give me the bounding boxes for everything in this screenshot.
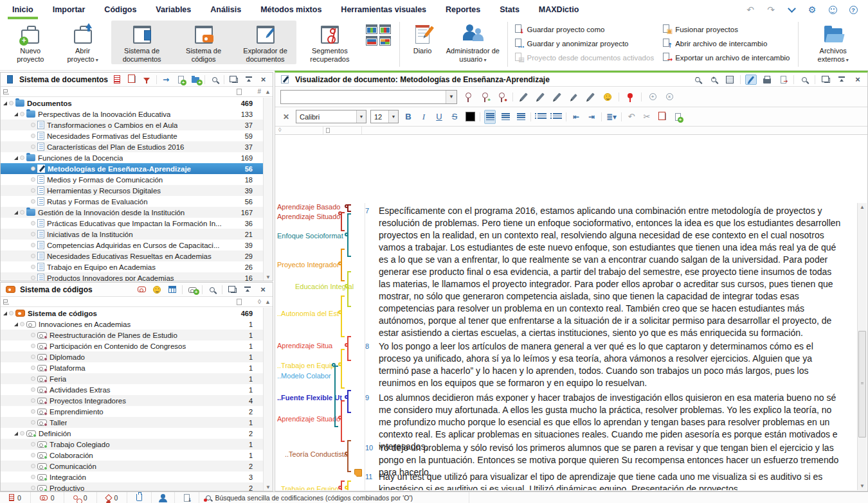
code-row-proyectos-integradores[interactable]: Proyectos Integradores4 xyxy=(1,395,263,406)
menu-tab-variables[interactable]: Variables xyxy=(146,0,201,19)
redo-icon[interactable]: ↷ xyxy=(765,4,777,15)
scroll-up-icon[interactable]: ▲ xyxy=(265,89,271,95)
feedback-smiley-icon[interactable] xyxy=(827,4,838,15)
document-row-documentos[interactable]: Documentos469 xyxy=(1,98,263,109)
coding-stripe-handle[interactable] xyxy=(345,452,348,455)
open-project-button[interactable]: Abrir proyecto▾ xyxy=(57,21,109,64)
activation-circle[interactable] xyxy=(31,387,35,392)
codes-overview-icon[interactable] xyxy=(167,285,178,295)
highlight-pen-2-icon[interactable] xyxy=(535,92,547,102)
search-document-icon[interactable] xyxy=(799,75,810,85)
pin-icon[interactable] xyxy=(624,92,636,102)
activation-circle[interactable] xyxy=(31,265,35,269)
code-row-reestructuracion-de-planes-de-estudio[interactable]: Reestructuración de Planes de Estudio1 xyxy=(1,330,263,340)
document-row-trabajo-en-equipo-en-academias[interactable]: Trabajo en Equipo en Academias26 xyxy=(1,261,263,272)
coding-stripe-handle[interactable] xyxy=(345,486,348,490)
filter-documents-icon[interactable] xyxy=(141,75,152,85)
undo-icon[interactable]: ↶ xyxy=(745,4,756,15)
status-mixed-methods[interactable] xyxy=(127,492,152,503)
maximize-panel-icon[interactable] xyxy=(243,75,254,85)
ribbon-menu-exportar-un-archivo-de-intercambio[interactable]: →Exportar un archivo de intercambio xyxy=(662,51,790,64)
coding-stripe-handle[interactable] xyxy=(345,343,348,347)
coding-stripe-handle[interactable] xyxy=(332,363,336,367)
activation-circle[interactable] xyxy=(31,166,35,171)
align-left-button[interactable] xyxy=(484,110,496,124)
highlight-pen-4-icon[interactable] xyxy=(568,92,580,102)
increase-indent-button[interactable]: ⇥ xyxy=(586,110,597,124)
code-row-colaboracion[interactable]: Colaboración1 xyxy=(1,450,263,461)
margin-code-autonomia-del-est[interactable]: ..Autonomía del Est xyxy=(277,310,363,318)
memo-icon[interactable] xyxy=(354,469,362,477)
document-row-transformaciones-o-cambios-en-el-aula[interactable]: Transformaciones o Cambios en el Aula37 xyxy=(1,119,263,130)
code-row-participacion-en-contenido-de-congresos[interactable]: Participación en Contenido de Congresos1 xyxy=(1,340,263,351)
activation-circle[interactable] xyxy=(20,431,24,436)
scroll-up-icon[interactable]: ▲ xyxy=(265,299,271,305)
code-row-feria[interactable]: Feria1 xyxy=(1,373,263,384)
activated-codes-icon[interactable] xyxy=(136,285,147,295)
coding-stripe[interactable] xyxy=(347,336,348,361)
coding-stripe-handle[interactable] xyxy=(338,261,342,265)
underline-button[interactable]: U xyxy=(433,110,445,124)
margin-code-aprendizaje-situado[interactable]: Aprendizaje Situado xyxy=(277,415,363,423)
status-document-page[interactable] xyxy=(175,492,199,503)
code-row-productivo[interactable]: Productivo2 xyxy=(1,482,263,491)
layout-preset-4-icon[interactable] xyxy=(379,36,391,46)
margin-code-fuente-flexible-ut[interactable]: ..Fuente Flexible Ut xyxy=(277,394,363,402)
document-row-necesidades-formativas-del-estudiante[interactable]: Necesidades Formativas del Estudiante59 xyxy=(1,130,263,141)
layout-preset-3-icon[interactable] xyxy=(366,36,377,46)
undo-text-icon[interactable]: ↶ xyxy=(626,110,637,124)
menu-tab-maxdictio[interactable]: MAXDictio xyxy=(529,0,589,19)
activated-documents-icon[interactable] xyxy=(112,75,123,85)
status-coded-segments[interactable]: 0 xyxy=(64,492,97,503)
copy-icon[interactable] xyxy=(656,110,668,124)
new-folder-icon[interactable] xyxy=(190,75,201,85)
zoom-out-icon[interactable] xyxy=(692,75,703,85)
close-panel-icon[interactable] xyxy=(852,75,863,85)
ribbon-menu-proyecto-desde-documentos-activados[interactable]: ▤Proyecto desde documentos activados xyxy=(514,51,655,64)
code-row-sistema-de-codigos[interactable]: Sistema de códigos469 xyxy=(1,308,263,319)
activation-circle[interactable] xyxy=(9,101,14,105)
close-panel-icon[interactable] xyxy=(258,75,269,85)
activation-circle[interactable] xyxy=(20,210,24,215)
margin-code-trabajo-en-equip[interactable]: ..Trabajo en Equip xyxy=(277,362,363,370)
margin-code-enfoque-socioformat[interactable]: Enfoque Socioformat xyxy=(277,232,363,240)
activation-circle[interactable] xyxy=(31,254,35,258)
menu-tab-metodos-mixtos[interactable]: Métodos mixtos xyxy=(251,0,331,19)
activation-circle[interactable] xyxy=(31,344,35,348)
italic-button[interactable]: I xyxy=(418,110,429,124)
font-family-select[interactable]: Calibri ▼ xyxy=(296,110,366,123)
document-browser-button[interactable]: Explorador de documentos xyxy=(235,21,296,64)
coding-stripe[interactable] xyxy=(347,440,348,472)
undock-panel-icon[interactable] xyxy=(820,75,831,85)
code-add-icon[interactable]: + xyxy=(479,92,491,102)
document-row-practicas-educativas-que-impactan-la-formacion-in[interactable]: Prácticas Educativas que Impactan la For… xyxy=(1,218,263,229)
bullet-list-button[interactable] xyxy=(535,110,547,124)
external-files-button[interactable]: Archivos externos▾ xyxy=(802,21,864,64)
menu-tab-herramientas-visuales[interactable]: Herramientas visuales xyxy=(331,0,436,19)
expander-icon[interactable] xyxy=(14,156,18,160)
numbered-list-button[interactable] xyxy=(550,110,562,124)
document-row-rutas-y-formas-de-evaluacion[interactable]: Rutas y Formas de Evaluación56 xyxy=(1,196,263,207)
document-row-caracteristicas-del-plan-de-estudios-2016[interactable]: Características del Plan de Estudios 201… xyxy=(1,141,263,152)
coding-stripe-handle[interactable] xyxy=(338,211,342,215)
align-right-button[interactable] xyxy=(515,110,527,124)
coding-stripe-handle[interactable] xyxy=(345,233,348,236)
scrollbar-thumb[interactable] xyxy=(858,331,866,437)
status-weight-filter[interactable]: 0 xyxy=(97,492,128,503)
retrieved-segments-button[interactable]: Segmentos recuperados xyxy=(299,21,361,64)
activation-circle[interactable] xyxy=(31,276,35,280)
activation-circle[interactable] xyxy=(31,376,35,381)
undock-panel-icon[interactable] xyxy=(228,75,239,85)
code-tree-scrollbar[interactable]: ▼ xyxy=(263,308,273,491)
bold-button[interactable]: B xyxy=(402,110,414,124)
activation-circle[interactable] xyxy=(31,442,35,446)
document-row-competencias-adquiridas-en-cursos-de-capacitaci[interactable]: Competencias Adquiridas en Cursos de Cap… xyxy=(1,240,263,251)
activation-circle[interactable] xyxy=(31,486,35,490)
coding-stripe-handle[interactable] xyxy=(338,310,342,314)
document-row-gestion-de-la-innovacion-desde-la-institucion[interactable]: Gestión de la Innovación desde la Instit… xyxy=(1,207,263,218)
quick-code-combobox[interactable]: ▼ xyxy=(280,90,457,104)
activation-circle[interactable] xyxy=(31,464,35,468)
code-row-trabajo-colegiado[interactable]: Trabajo Colegiado1 xyxy=(1,439,263,450)
expander-icon[interactable] xyxy=(3,101,7,105)
document-row-herramientas-y-recursos-digitales[interactable]: Herramientas y Recursos Digitales39 xyxy=(1,185,263,196)
